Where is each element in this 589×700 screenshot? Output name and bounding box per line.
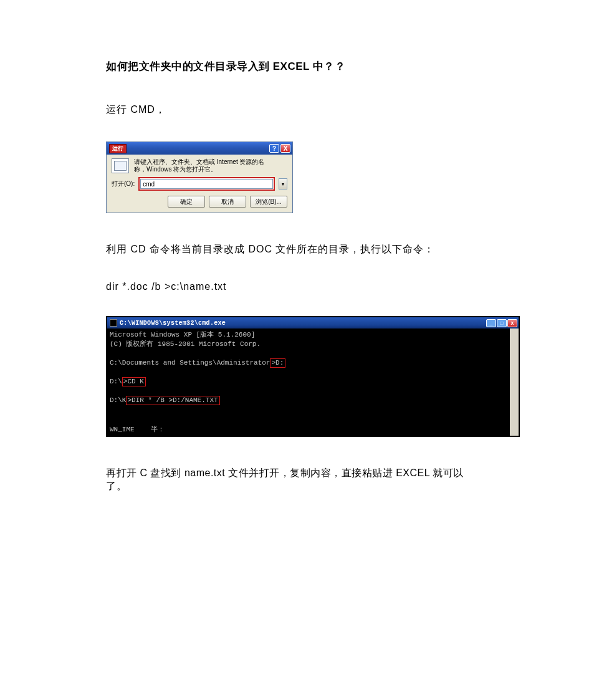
open-label: 打开(O):	[112, 180, 135, 188]
cmd-highlight-3: >DIR * /B >D:/NAME.TXT	[126, 396, 219, 405]
run-input[interactable]	[140, 179, 273, 189]
cmd-status: WN_IME 半：	[110, 425, 165, 434]
run-dialog: 运行 ? X 请键入程序、文件夹、文档或 Internet 资源的名 称，Win…	[106, 141, 293, 213]
maximize-button[interactable]: □	[497, 319, 507, 327]
cmd-highlight-2: >CD K	[122, 377, 146, 386]
run-dialog-title: 运行	[109, 144, 127, 153]
run-dialog-titlebar: 运行 ? X	[107, 142, 292, 155]
cmd-highlight-1: >D:	[270, 358, 285, 368]
page-title: 如何把文件夹中的文件目录导入到 EXCEL 中？？	[106, 59, 483, 74]
cmd-output: Microsoft Windows XP [版本 5.1.2600] (C) 版…	[107, 328, 519, 436]
close-button[interactable]: X	[280, 144, 290, 153]
run-description: 请键入程序、文件夹、文档或 Internet 资源的名 称，Windows 将为…	[134, 158, 264, 173]
dropdown-button[interactable]: ▼	[279, 178, 287, 189]
cmd-title: C:\WINDOWS\system32\cmd.exe	[120, 320, 226, 327]
code-command: dir *.doc /b >c:\name.txt	[106, 281, 483, 292]
paragraph-final: 再打开 C 盘找到 name.txt 文件并打开，复制内容，直接粘贴进 EXCE…	[106, 467, 483, 493]
browse-button[interactable]: 浏览(B)...	[250, 196, 287, 208]
cmd-icon	[110, 319, 117, 327]
minimize-button[interactable]: _	[486, 319, 496, 327]
ok-button[interactable]: 确定	[168, 196, 205, 208]
paragraph-cd: 利用 CD 命令将当前目录改成 DOC 文件所在的目录，执行以下命令：	[106, 243, 483, 256]
cmd-window: C:\WINDOWS\system32\cmd.exe _ □ X Micros…	[106, 316, 520, 437]
cmd-titlebar: C:\WINDOWS\system32\cmd.exe _ □ X	[107, 317, 519, 328]
run-icon	[112, 158, 129, 173]
cancel-button[interactable]: 取消	[209, 196, 246, 208]
paragraph-run-cmd: 运行 CMD，	[106, 103, 483, 117]
close-button[interactable]: X	[507, 319, 517, 327]
help-button[interactable]: ?	[269, 144, 279, 153]
